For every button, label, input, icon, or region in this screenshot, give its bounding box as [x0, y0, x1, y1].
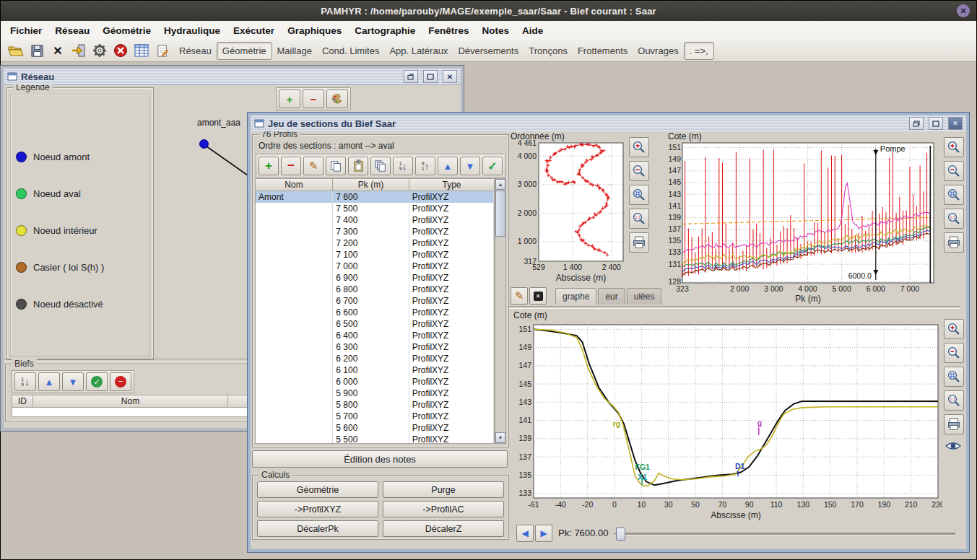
draw-tool-button[interactable]: ✎ — [511, 287, 528, 305]
validate-button[interactable]: ✓ — [482, 157, 503, 175]
sort-descending-button[interactable]: 19↓ — [393, 157, 413, 175]
zoom-region-button[interactable] — [944, 367, 964, 387]
zoom-one-to-one-button[interactable]: 1:1 — [944, 209, 964, 229]
print-button[interactable] — [629, 232, 649, 253]
table-row[interactable]: 6 800ProfilXYZ — [256, 284, 494, 295]
add-node-button[interactable]: + — [279, 89, 300, 108]
zoom-in-button[interactable] — [944, 137, 964, 157]
next-profile-button[interactable]: ▶ — [535, 525, 552, 541]
calc-button-d-calerz[interactable]: DécalerZ — [383, 520, 504, 537]
menu-graphiques[interactable]: Graphiques — [281, 24, 348, 38]
pk-slider-track[interactable] — [615, 533, 955, 535]
table-row[interactable]: 6 700ProfilXYZ — [256, 295, 494, 307]
toolbar-button-tron-ons[interactable]: Tronçons — [524, 43, 573, 59]
minimize-icon[interactable] — [404, 70, 418, 83]
eye-button[interactable] — [945, 440, 961, 455]
print-button[interactable] — [944, 232, 964, 253]
table-row[interactable]: 7 000ProfilXYZ — [256, 261, 494, 272]
enable-bief-icon[interactable]: ✓ — [86, 372, 108, 391]
table-row[interactable]: 7 200ProfilXYZ — [256, 237, 494, 249]
copy-button[interactable] — [326, 157, 346, 175]
zoom-region-button[interactable] — [629, 185, 649, 205]
window-close-button[interactable]: ✕ — [957, 4, 970, 17]
add-profile-button[interactable]: + — [259, 157, 279, 175]
calc-button-profilxyz[interactable]: ->ProfilXYZ — [257, 501, 378, 517]
zoom-one-to-one-button[interactable]: 1:1 — [629, 209, 649, 229]
restore-icon[interactable] — [909, 117, 924, 130]
zoom-in-button[interactable] — [944, 319, 964, 339]
cross-section-chart[interactable]: Cote (m)151149147145143141139137135133-6… — [511, 309, 942, 522]
move-down-icon[interactable]: ▼ — [62, 372, 84, 391]
biefs-column-nom[interactable]: Nom — [33, 395, 228, 408]
open-folder-icon[interactable] — [6, 42, 25, 59]
edit-notes-button[interactable]: Édition des notes — [252, 450, 508, 468]
profiles-scrollbar[interactable]: ▲ ▼ — [495, 178, 506, 444]
profiles-table-header[interactable]: NomPk (m)Type — [255, 178, 495, 191]
sort-icon[interactable]: 19 ↓ — [14, 372, 36, 391]
menu-r-seau[interactable]: Réseau — [48, 24, 96, 38]
zoom-one-to-one-button[interactable]: 1:1 — [944, 390, 964, 411]
table-row[interactable]: 6 400ProfilXYZ — [256, 330, 494, 341]
table-row[interactable]: 7 400ProfilXYZ — [256, 214, 494, 226]
tab-graphe[interactable]: graphe — [555, 288, 596, 305]
maximize-icon[interactable] — [929, 117, 943, 130]
toolbar-button-g-om-trie[interactable]: Géométrie — [217, 42, 272, 60]
erase-tool-button[interactable]: ✕ — [529, 287, 547, 305]
move-up-icon[interactable]: ▲ — [38, 372, 60, 391]
remove-node-button[interactable]: − — [303, 89, 324, 108]
sort-ascending-button[interactable]: 91↑ — [415, 157, 435, 175]
menu-ex-cuter[interactable]: Exécuter — [227, 24, 281, 38]
table-row[interactable]: 6 300ProfilXYZ — [256, 341, 494, 353]
move-down-button[interactable]: ▼ — [460, 157, 480, 175]
table-row[interactable]: 5 700ProfilXYZ — [256, 411, 494, 422]
gear-icon[interactable] — [90, 42, 109, 59]
calc-button-g-om-trie[interactable]: Géométrie — [257, 481, 378, 498]
scroll-down-icon[interactable]: ▼ — [495, 432, 505, 443]
table-row[interactable]: 7 300ProfilXYZ — [256, 226, 494, 237]
menu-notes[interactable]: Notes — [475, 24, 516, 38]
toolbar-button-d-versements[interactable]: Déversements — [453, 43, 524, 59]
table-row[interactable]: 6 000ProfilXYZ — [256, 376, 494, 388]
table-row[interactable]: 7 100ProfilXYZ — [256, 249, 494, 261]
menu-fichier[interactable]: Fichier — [4, 24, 48, 38]
table-row[interactable]: 7 500ProfilXYZ — [256, 203, 494, 214]
table-row[interactable]: 6 500ProfilXYZ — [256, 318, 494, 330]
zoom-out-button[interactable] — [944, 343, 964, 363]
reseau-window-titlebar[interactable]: Réseau ✕ — [4, 69, 461, 85]
long-profile-chart[interactable]: Cote (m)15114914714514314113913713513313… — [664, 131, 944, 306]
edit-profile-button[interactable]: ✎ — [303, 157, 324, 175]
toolbar-button-maillage[interactable]: Maillage — [272, 43, 317, 59]
profiles-column-nom[interactable]: Nom — [255, 178, 333, 191]
calc-button-purge[interactable]: Purge — [383, 481, 504, 498]
profiles-table[interactable]: Amont7 600ProfilXYZ7 500ProfilXYZ7 400Pr… — [255, 191, 495, 444]
zoom-in-button[interactable] — [629, 137, 649, 157]
table-row[interactable]: 6 100ProfilXYZ — [256, 364, 494, 376]
toolbar-button-r-seau[interactable]: Réseau — [174, 43, 217, 59]
zoom-region-button[interactable] — [944, 185, 964, 205]
close-icon[interactable]: ✕ — [443, 70, 457, 83]
save-icon[interactable] — [27, 42, 46, 59]
stop-icon[interactable] — [111, 42, 130, 59]
table-row[interactable]: 5 500ProfilXYZ — [256, 434, 494, 444]
table-row[interactable]: 6 900ProfilXYZ — [256, 272, 494, 284]
toolbar-button-[interactable]: . =>, — [684, 42, 714, 60]
print-button[interactable] — [944, 414, 964, 434]
duplicate-button[interactable] — [370, 157, 391, 175]
zoom-out-button[interactable] — [629, 161, 649, 181]
toolbar-button-app-lat-raux[interactable]: App. Latéraux — [384, 43, 453, 59]
table-row[interactable]: 5 900ProfilXYZ — [256, 388, 494, 399]
table-row[interactable]: 5 600ProfilXYZ — [256, 422, 494, 434]
menu-cartographie[interactable]: Cartographie — [348, 24, 422, 38]
edit-notes-icon[interactable] — [153, 42, 172, 59]
palette-button[interactable] — [326, 89, 348, 108]
calc-button-d-calerpk[interactable]: DécalerPk — [257, 520, 378, 537]
grid-table-icon[interactable] — [132, 42, 151, 59]
paste-button[interactable] — [348, 157, 368, 175]
titlebar[interactable]: PAMHYR : /home/parouby/MAGE/exemple_saar… — [1, 1, 976, 21]
menu-hydraulique[interactable]: Hydraulique — [157, 24, 227, 38]
biefs-column-id[interactable]: ID — [12, 395, 33, 408]
table-row[interactable]: 6 200ProfilXYZ — [256, 353, 494, 364]
tab-ul-es[interactable]: ulées — [627, 288, 662, 305]
profiles-column-type[interactable]: Type — [409, 178, 495, 191]
table-row[interactable]: 5 800ProfilXYZ — [256, 399, 494, 411]
